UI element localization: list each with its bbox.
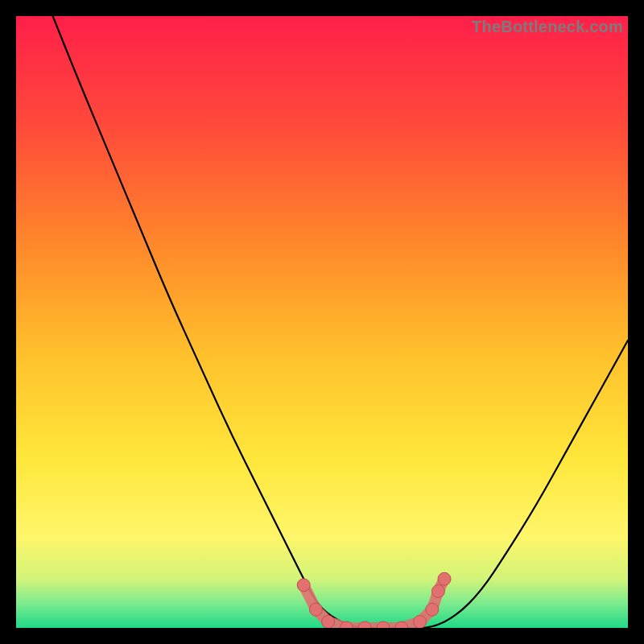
watermark-text: TheBottleneck.com xyxy=(472,18,623,36)
marker-point xyxy=(322,615,335,628)
marker-point xyxy=(431,584,444,597)
marker-point xyxy=(426,603,439,616)
chart-frame: TheBottleneck.com xyxy=(16,16,628,628)
marker-point xyxy=(297,579,310,592)
marker-point xyxy=(438,572,451,585)
marker-point xyxy=(414,615,427,628)
gradient-background xyxy=(16,16,628,628)
bottleneck-plot xyxy=(16,16,628,628)
marker-point xyxy=(309,603,322,616)
